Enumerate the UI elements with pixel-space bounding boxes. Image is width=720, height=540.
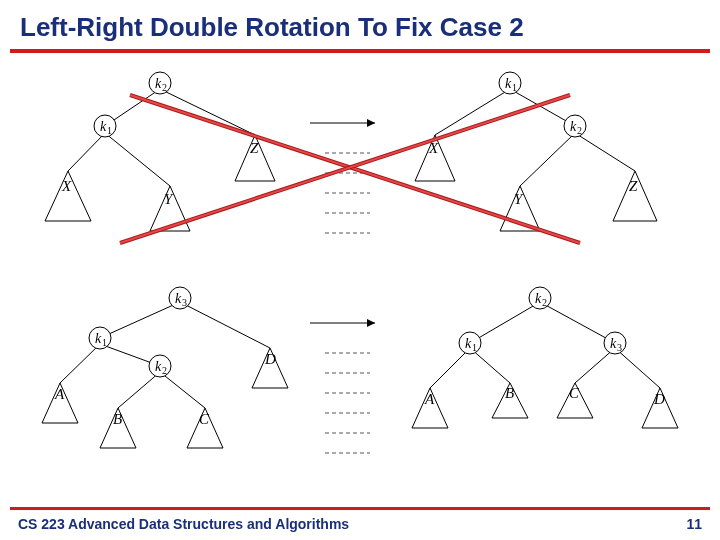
rotation-diagram: k 2 k 1 Z X Y k 1 k 2	[10, 53, 710, 473]
svg-line-75	[615, 348, 660, 388]
svg-line-71	[540, 302, 615, 343]
footer-divider	[10, 507, 710, 510]
diagram-stage: k 2 k 1 Z X Y k 1 k 2	[10, 53, 710, 473]
svg-text:1: 1	[472, 342, 477, 353]
top-right-tree: k 1 k 2 X Y Z	[415, 72, 657, 231]
svg-line-46	[160, 372, 205, 408]
svg-line-38	[130, 95, 580, 243]
svg-text:k: k	[95, 331, 102, 346]
svg-line-40	[120, 95, 570, 243]
svg-line-41	[100, 302, 180, 338]
svg-text:2: 2	[542, 297, 547, 308]
svg-text:X: X	[61, 178, 72, 194]
svg-line-73	[470, 348, 510, 383]
svg-text:1: 1	[512, 82, 517, 93]
svg-text:2: 2	[162, 365, 167, 376]
svg-text:k: k	[155, 76, 162, 91]
bottom-right-tree: k 2 k 1 k 3 A B C D	[412, 287, 678, 428]
bottom-dashed-guides	[325, 353, 370, 453]
svg-text:k: k	[175, 291, 182, 306]
bottom-left-tree: k 3 k 1 k 2 D A B C	[42, 287, 288, 448]
svg-text:1: 1	[102, 337, 107, 348]
svg-text:B: B	[505, 385, 514, 401]
svg-line-24	[575, 133, 635, 171]
svg-text:1: 1	[107, 125, 112, 136]
page-number: 11	[686, 516, 702, 532]
svg-text:B: B	[113, 411, 122, 427]
svg-line-43	[60, 344, 100, 383]
arrow-bottom-head	[367, 319, 375, 327]
svg-text:3: 3	[182, 297, 187, 308]
svg-text:C: C	[199, 411, 210, 427]
svg-text:Z: Z	[629, 178, 638, 194]
svg-text:k: k	[155, 359, 162, 374]
svg-text:k: k	[535, 291, 542, 306]
svg-text:C: C	[569, 385, 580, 401]
footer-course-label: CS 223 Advanced Data Structures and Algo…	[18, 516, 349, 532]
svg-text:D: D	[264, 351, 276, 367]
svg-line-2	[68, 133, 105, 171]
footer: CS 223 Advanced Data Structures and Algo…	[0, 507, 720, 532]
svg-text:A: A	[54, 386, 65, 402]
arrow-top-head	[367, 119, 375, 127]
top-left-tree: k 2 k 1 Z X Y	[45, 72, 275, 231]
svg-text:k: k	[465, 336, 472, 351]
svg-text:2: 2	[577, 125, 582, 136]
svg-line-23	[520, 133, 575, 186]
svg-text:k: k	[570, 119, 577, 134]
svg-line-74	[575, 348, 615, 383]
svg-text:A: A	[424, 391, 435, 407]
svg-line-72	[430, 348, 470, 388]
svg-text:k: k	[100, 119, 107, 134]
svg-text:k: k	[610, 336, 617, 351]
svg-line-3	[105, 133, 170, 186]
svg-line-70	[470, 302, 540, 343]
svg-text:k: k	[505, 76, 512, 91]
svg-text:2: 2	[162, 82, 167, 93]
svg-line-45	[118, 372, 160, 408]
svg-text:Z: Z	[250, 140, 259, 156]
svg-line-1	[160, 89, 255, 135]
svg-text:3: 3	[617, 342, 622, 353]
page-title: Left-Right Double Rotation To Fix Case 2	[0, 0, 720, 49]
svg-text:D: D	[653, 391, 665, 407]
red-cross-overlay	[120, 95, 580, 243]
svg-line-42	[180, 302, 270, 348]
